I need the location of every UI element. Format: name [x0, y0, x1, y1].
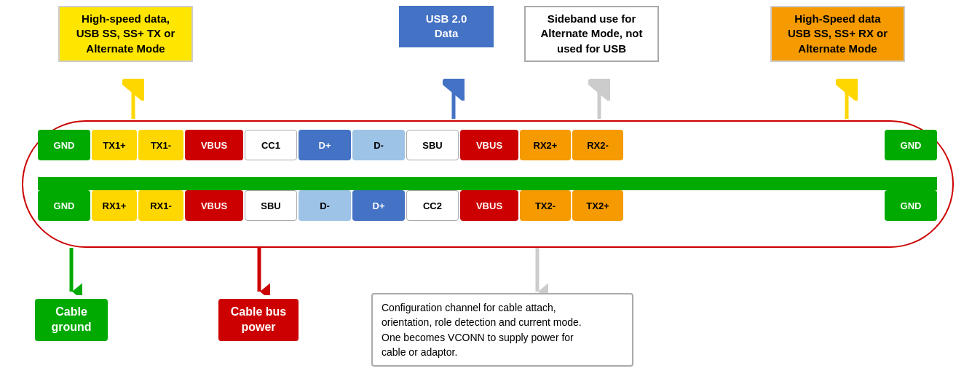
pin-cc1: CC1 [245, 130, 297, 160]
pin-sbu-b: SBU [245, 190, 297, 221]
pin-dm-t: D- [352, 130, 405, 160]
pin-rx2m: RX2- [572, 130, 623, 160]
pin-vbus-b1: VBUS [185, 190, 243, 221]
label-sideband: Sideband use forAlternate Mode, notused … [524, 6, 659, 62]
center-bar [38, 177, 937, 190]
pin-tx2m: TX2- [520, 190, 571, 221]
pin-vbus-t1: VBUS [185, 130, 243, 160]
arrow-sbu-up [588, 79, 610, 122]
pin-rx1m: RX1- [138, 190, 183, 221]
arrow-usb2-up [443, 79, 465, 122]
bottom-pin-row: GND RX1+ RX1- VBUS SBU D- D+ CC2 VBUS TX… [38, 190, 937, 221]
pin-dm-b: D- [299, 190, 351, 221]
top-pin-row: GND TX1+ TX1- VBUS CC1 D+ D- SBU VBUS RX… [38, 130, 937, 160]
label-cable-ground: Cableground [35, 299, 108, 341]
pin-vbus-t2: VBUS [460, 130, 518, 160]
pin-tx2p: TX2+ [572, 190, 623, 221]
arrow-power-down [248, 248, 270, 295]
pin-gnd-t2: GND [885, 130, 937, 160]
pin-sbu-t: SBU [406, 130, 459, 160]
label-tx: High-speed data,USB SS, SS+ TX orAlterna… [58, 6, 193, 62]
pin-dp-b: D+ [352, 190, 405, 221]
pin-tx1m: TX1- [138, 130, 183, 160]
pin-tx1p: TX1+ [92, 130, 137, 160]
pin-gnd-b2: GND [885, 190, 937, 221]
label-cc-config: Configuration channel for cable attach, … [371, 293, 633, 367]
pin-dp-t: D+ [299, 130, 351, 160]
pin-gnd-t1: GND [38, 130, 90, 160]
diagram: High-speed data,USB SS, SS+ TX orAlterna… [0, 0, 980, 371]
pin-rx2p: RX2+ [520, 130, 571, 160]
arrow-rx-up [836, 79, 858, 122]
arrow-gnd-down [60, 248, 82, 295]
label-usb2: USB 2.0Data [399, 6, 494, 47]
arrow-cc-down [526, 248, 548, 295]
pin-rx1p: RX1+ [92, 190, 137, 221]
pin-cc2: CC2 [406, 190, 459, 221]
label-cable-power: Cable buspower [218, 299, 299, 341]
pin-gnd-b1: GND [38, 190, 90, 221]
pin-vbus-b2: VBUS [460, 190, 518, 221]
label-rx: High-Speed dataUSB SS, SS+ RX orAlternat… [770, 6, 905, 62]
arrow-tx-up [122, 79, 144, 122]
